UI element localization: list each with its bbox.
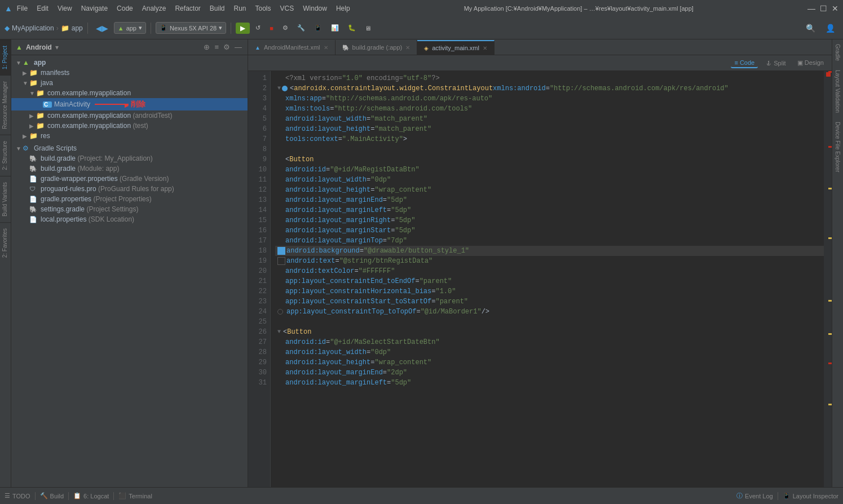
menu-navigate[interactable]: Navigate <box>81 5 108 12</box>
info-icon: ⓘ <box>736 492 743 500</box>
layout-inspector-label: Layout Inspector <box>793 493 838 499</box>
profile-btn[interactable]: 👤 <box>822 22 838 34</box>
tree-item-gradle-scripts[interactable]: ▼ ⚙ Gradle Scripts <box>11 143 248 153</box>
tree-item-proguard[interactable]: 🛡 proguard-rules.pro (ProGuard Rules for… <box>11 184 248 194</box>
project-tab[interactable]: 1: Project <box>0 39 11 75</box>
tree-arrow-package-androidtest[interactable]: ▶ <box>29 113 36 119</box>
maximize-button[interactable]: ☐ <box>820 4 827 13</box>
tree-arrow-package-main[interactable]: ▼ <box>29 90 36 96</box>
favorites-tab[interactable]: 2: Favorites <box>0 222 11 263</box>
tree-label-gradle-properties-suffix: (Project Properties) <box>91 195 152 203</box>
chevron-down-icon-panel[interactable]: ▾ <box>55 43 59 51</box>
avd-btn[interactable]: 📱 <box>311 23 325 33</box>
tree-label-java: java <box>41 79 53 87</box>
layout-validation-tab[interactable]: Layout Validation <box>833 65 842 117</box>
tree-item-package-test[interactable]: ▶ 📁 com.example.myapplication (test) <box>11 121 248 131</box>
layout-inspector-status[interactable]: 📱 Layout Inspector <box>783 492 838 499</box>
tree-item-java[interactable]: ▼ 📁 java <box>11 78 248 88</box>
app-config-dropdown[interactable]: ▲ app ▾ <box>114 22 146 34</box>
collapse-btn[interactable]: ≡ <box>213 42 220 52</box>
tree-label-gradle-properties: gradle.properties <box>41 195 91 203</box>
menu-window[interactable]: Window <box>303 5 327 12</box>
resource-manager-tab[interactable]: Resource Manager <box>0 75 11 135</box>
menu-vcs[interactable]: VCS <box>280 5 294 12</box>
code-line-14: android:layout_marginLeft="5dp" <box>275 205 824 215</box>
tree-item-gradle-properties[interactable]: 📄 gradle.properties (Project Properties) <box>11 194 248 204</box>
tree-item-build-gradle-project[interactable]: 🐘 build.gradle (Project: My_Application) <box>11 153 248 163</box>
menu-analyze[interactable]: Analyze <box>142 5 166 12</box>
menu-file[interactable]: File <box>17 5 28 12</box>
tree-arrow-res[interactable]: ▶ <box>23 133 29 139</box>
todo-status[interactable]: ☰ TODO <box>5 492 30 499</box>
tree-label-build-gradle-module-suffix: (Module: app) <box>76 165 119 173</box>
arrow-left-btn[interactable]: ◀▶ <box>92 22 112 34</box>
tab-close-manifest[interactable]: ✕ <box>324 45 328 51</box>
tree-arrow-gradle[interactable]: ▼ <box>16 145 23 152</box>
tree-item-app[interactable]: ▼ ▲ app <box>11 58 248 68</box>
window-controls[interactable]: — ☐ ✕ <box>807 4 838 13</box>
menu-refactor[interactable]: Refactor <box>175 5 200 12</box>
close-button[interactable]: ✕ <box>832 4 838 13</box>
run-button[interactable]: ▶ <box>236 23 250 34</box>
tab-build-gradle[interactable]: 🐘 build.gradle (:app) ✕ <box>336 40 418 55</box>
tree-arrow-java[interactable]: ▼ <box>23 80 29 86</box>
profiler-btn[interactable]: 📊 <box>328 23 342 33</box>
menu-build[interactable]: Build <box>210 5 225 12</box>
minimize-panel-btn[interactable]: — <box>233 42 243 52</box>
tree-item-settings-gradle[interactable]: 🐘 settings.gradle (Project Settings) <box>11 204 248 214</box>
tab-close-activity[interactable]: ✕ <box>483 45 487 51</box>
device-file-explorer-tab[interactable]: Device File Explorer <box>833 117 842 176</box>
menu-view[interactable]: View <box>58 5 72 12</box>
tree-arrow-manifests[interactable]: ▶ <box>23 70 29 76</box>
menu-run[interactable]: Run <box>234 5 246 12</box>
sync-project-btn[interactable]: ⊕ <box>202 42 211 52</box>
tree-item-build-gradle-module[interactable]: 🐘 build.gradle (Module: app) <box>11 163 248 174</box>
tree-item-local-properties[interactable]: 📄 local.properties (SDK Location) <box>11 214 248 224</box>
menu-bar[interactable]: File Edit View Navigate Code Analyze Ref… <box>17 5 350 12</box>
settings-btn[interactable]: ⚙ <box>222 42 231 52</box>
sync-btn[interactable]: ⚙ <box>279 23 292 33</box>
device-mirror-btn[interactable]: 🖥 <box>361 23 374 33</box>
fold-arrow-2[interactable]: ▼ <box>277 83 281 94</box>
minimize-button[interactable]: — <box>807 4 815 13</box>
gradle-panel-tab[interactable]: Gradle <box>833 39 842 65</box>
logcat-status[interactable]: 📋 6: Logcat <box>73 492 109 499</box>
build-variants-tab[interactable]: Build Variants <box>0 176 11 222</box>
stop-btn[interactable]: ■ <box>266 23 277 33</box>
fold-arrow-26[interactable]: ▼ <box>277 327 281 337</box>
event-log-status[interactable]: ⓘ Event Log <box>736 492 773 500</box>
menu-edit[interactable]: Edit <box>37 5 48 12</box>
editor-scrollbar[interactable] <box>824 71 832 487</box>
tree-arrow-package-test[interactable]: ▶ <box>29 123 36 129</box>
refresh-btn[interactable]: ↺ <box>252 23 264 33</box>
build-status[interactable]: 🔨 Build <box>40 492 64 499</box>
tree-item-package-androidtest[interactable]: ▶ 📁 com.example.myapplication (androidTe… <box>11 110 248 121</box>
tree-item-package-main[interactable]: ▼ 📁 com.example.myapplication <box>11 88 248 98</box>
menu-help[interactable]: Help <box>336 5 350 12</box>
search-btn[interactable]: 🔍 <box>802 22 819 34</box>
tab-close-build[interactable]: ✕ <box>405 45 410 51</box>
tab-androidmanifest[interactable]: ▲ AndroidManifest.xml ✕ <box>248 40 336 55</box>
structure-tab[interactable]: 2: Structure <box>0 135 11 176</box>
tree-item-mainactivity[interactable]: C MainActivity ▶ 削除 <box>11 98 248 110</box>
tree-arrow-app[interactable]: ▼ <box>16 60 23 66</box>
tree-item-manifests[interactable]: ▶ 📁 manifests <box>11 68 248 78</box>
tree-item-res[interactable]: ▶ 📁 res <box>11 131 248 141</box>
sdk-btn[interactable]: 🔧 <box>294 23 308 33</box>
separator <box>87 23 88 34</box>
tree-label-build-gradle-project: build.gradle <box>41 154 76 162</box>
code-view-btn[interactable]: ≡ Code <box>731 58 758 68</box>
device-dropdown[interactable]: 📱 Nexus 5X API 28 ▾ <box>156 22 226 34</box>
tab-activity-main[interactable]: ◈ activity_main.xml ✕ <box>417 40 495 55</box>
code-content[interactable]: <?xml version="1.0" encoding="utf-8"?> ▼… <box>271 71 824 487</box>
menu-code[interactable]: Code <box>117 5 133 12</box>
breadcrumb-project[interactable]: MyApplication <box>12 24 54 32</box>
design-view-btn[interactable]: ▣ Design <box>794 58 827 68</box>
terminal-status[interactable]: ⬛ Terminal <box>118 492 152 499</box>
tree-item-gradle-wrapper[interactable]: 📄 gradle-wrapper.properties (Gradle Vers… <box>11 174 248 184</box>
split-view-btn[interactable]: ⫝̸ Split <box>762 59 789 68</box>
editor-tabs: ▲ AndroidManifest.xml ✕ 🐘 build.gradle (… <box>248 39 832 55</box>
breadcrumb-module[interactable]: app <box>72 24 83 32</box>
menu-tools[interactable]: Tools <box>255 5 271 12</box>
debug-btn[interactable]: 🐛 <box>345 23 359 33</box>
